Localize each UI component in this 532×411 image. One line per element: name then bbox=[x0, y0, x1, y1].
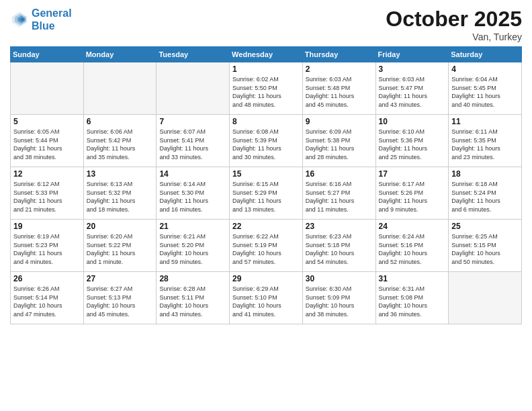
day-number: 12 bbox=[13, 169, 81, 179]
calendar-cell: 3Sunrise: 6:03 AM Sunset: 5:47 PM Daylig… bbox=[375, 62, 449, 115]
day-info: Sunrise: 6:09 AM Sunset: 5:38 PM Dayligh… bbox=[306, 128, 373, 161]
calendar-cell: 29Sunrise: 6:29 AM Sunset: 5:10 PM Dayli… bbox=[230, 272, 303, 324]
day-number: 7 bbox=[159, 117, 226, 126]
calendar-cell: 5Sunrise: 6:05 AM Sunset: 5:44 PM Daylig… bbox=[11, 115, 84, 167]
day-number: 10 bbox=[379, 117, 446, 126]
calendar-cell: 23Sunrise: 6:23 AM Sunset: 5:18 PM Dayli… bbox=[302, 220, 375, 272]
day-number: 6 bbox=[87, 117, 154, 126]
col-sunday: Sunday bbox=[11, 47, 84, 62]
day-info: Sunrise: 6:04 AM Sunset: 5:45 PM Dayligh… bbox=[451, 75, 519, 109]
header: General Blue October 2025 Van, Turkey bbox=[10, 7, 522, 42]
day-info: Sunrise: 6:14 AM Sunset: 5:30 PM Dayligh… bbox=[159, 180, 226, 214]
day-number: 4 bbox=[451, 64, 519, 74]
calendar-cell: 17Sunrise: 6:17 AM Sunset: 5:26 PM Dayli… bbox=[375, 167, 449, 220]
calendar-cell: 7Sunrise: 6:07 AM Sunset: 5:41 PM Daylig… bbox=[157, 115, 230, 167]
day-number: 1 bbox=[232, 64, 300, 74]
day-number: 17 bbox=[379, 169, 446, 179]
calendar-table: Sunday Monday Tuesday Wednesday Thursday… bbox=[10, 46, 522, 324]
calendar-cell: 28Sunrise: 6:28 AM Sunset: 5:11 PM Dayli… bbox=[157, 272, 230, 324]
calendar-cell bbox=[83, 62, 157, 115]
day-number: 21 bbox=[159, 222, 226, 231]
day-number: 18 bbox=[451, 169, 519, 179]
location: Van, Turkey bbox=[386, 32, 522, 42]
calendar-cell: 24Sunrise: 6:24 AM Sunset: 5:16 PM Dayli… bbox=[375, 220, 449, 272]
calendar-cell bbox=[11, 62, 84, 115]
calendar-cell: 31Sunrise: 6:31 AM Sunset: 5:08 PM Dayli… bbox=[375, 272, 449, 324]
day-number: 29 bbox=[232, 274, 300, 283]
day-info: Sunrise: 6:31 AM Sunset: 5:08 PM Dayligh… bbox=[379, 285, 446, 318]
day-number: 30 bbox=[306, 274, 373, 283]
calendar-week-row: 5Sunrise: 6:05 AM Sunset: 5:44 PM Daylig… bbox=[11, 115, 522, 167]
calendar-cell bbox=[157, 62, 230, 115]
calendar-cell: 6Sunrise: 6:06 AM Sunset: 5:42 PM Daylig… bbox=[83, 115, 157, 167]
day-number: 16 bbox=[306, 169, 373, 179]
calendar-cell: 21Sunrise: 6:21 AM Sunset: 5:20 PM Dayli… bbox=[157, 220, 230, 272]
day-number: 15 bbox=[232, 169, 300, 179]
day-info: Sunrise: 6:11 AM Sunset: 5:35 PM Dayligh… bbox=[451, 128, 519, 161]
col-monday: Monday bbox=[83, 47, 157, 62]
day-number: 24 bbox=[379, 222, 446, 231]
calendar-cell: 18Sunrise: 6:18 AM Sunset: 5:24 PM Dayli… bbox=[449, 167, 522, 220]
day-number: 13 bbox=[87, 169, 154, 179]
day-number: 8 bbox=[232, 117, 300, 126]
day-number: 2 bbox=[306, 64, 373, 74]
calendar-cell: 22Sunrise: 6:22 AM Sunset: 5:19 PM Dayli… bbox=[230, 220, 303, 272]
day-info: Sunrise: 6:26 AM Sunset: 5:14 PM Dayligh… bbox=[13, 285, 81, 318]
day-info: Sunrise: 6:21 AM Sunset: 5:20 PM Dayligh… bbox=[159, 232, 226, 266]
calendar-cell: 4Sunrise: 6:04 AM Sunset: 5:45 PM Daylig… bbox=[449, 62, 522, 115]
logo-text: General Blue bbox=[32, 7, 72, 32]
day-info: Sunrise: 6:20 AM Sunset: 5:22 PM Dayligh… bbox=[87, 232, 154, 266]
calendar-week-row: 19Sunrise: 6:19 AM Sunset: 5:23 PM Dayli… bbox=[11, 220, 522, 272]
calendar-cell: 19Sunrise: 6:19 AM Sunset: 5:23 PM Dayli… bbox=[11, 220, 84, 272]
day-info: Sunrise: 6:12 AM Sunset: 5:33 PM Dayligh… bbox=[13, 180, 81, 214]
calendar-cell: 2Sunrise: 6:03 AM Sunset: 5:48 PM Daylig… bbox=[302, 62, 375, 115]
day-info: Sunrise: 6:06 AM Sunset: 5:42 PM Dayligh… bbox=[87, 128, 154, 161]
day-number: 9 bbox=[306, 117, 373, 126]
calendar-cell: 15Sunrise: 6:15 AM Sunset: 5:29 PM Dayli… bbox=[230, 167, 303, 220]
day-info: Sunrise: 6:30 AM Sunset: 5:09 PM Dayligh… bbox=[306, 285, 373, 318]
day-info: Sunrise: 6:22 AM Sunset: 5:19 PM Dayligh… bbox=[232, 232, 300, 266]
calendar-cell: 11Sunrise: 6:11 AM Sunset: 5:35 PM Dayli… bbox=[449, 115, 522, 167]
col-tuesday: Tuesday bbox=[157, 47, 230, 62]
day-info: Sunrise: 6:23 AM Sunset: 5:18 PM Dayligh… bbox=[306, 232, 373, 266]
calendar-cell: 20Sunrise: 6:20 AM Sunset: 5:22 PM Dayli… bbox=[83, 220, 157, 272]
day-number: 11 bbox=[451, 117, 519, 126]
day-info: Sunrise: 6:07 AM Sunset: 5:41 PM Dayligh… bbox=[159, 128, 226, 161]
calendar-week-row: 1Sunrise: 6:02 AM Sunset: 5:50 PM Daylig… bbox=[11, 62, 522, 115]
calendar-cell: 30Sunrise: 6:30 AM Sunset: 5:09 PM Dayli… bbox=[302, 272, 375, 324]
day-info: Sunrise: 6:25 AM Sunset: 5:15 PM Dayligh… bbox=[451, 232, 519, 266]
day-info: Sunrise: 6:15 AM Sunset: 5:29 PM Dayligh… bbox=[232, 180, 300, 214]
day-number: 28 bbox=[159, 274, 226, 283]
col-thursday: Thursday bbox=[302, 47, 375, 62]
page: General Blue October 2025 Van, Turkey Su… bbox=[0, 0, 532, 411]
col-friday: Friday bbox=[375, 47, 449, 62]
calendar-cell: 14Sunrise: 6:14 AM Sunset: 5:30 PM Dayli… bbox=[157, 167, 230, 220]
logo: General Blue bbox=[10, 7, 72, 32]
day-number: 26 bbox=[13, 274, 81, 283]
day-number: 19 bbox=[13, 222, 81, 231]
calendar-cell: 16Sunrise: 6:16 AM Sunset: 5:27 PM Dayli… bbox=[302, 167, 375, 220]
calendar-cell: 12Sunrise: 6:12 AM Sunset: 5:33 PM Dayli… bbox=[11, 167, 84, 220]
calendar-cell: 26Sunrise: 6:26 AM Sunset: 5:14 PM Dayli… bbox=[11, 272, 84, 324]
day-info: Sunrise: 6:10 AM Sunset: 5:36 PM Dayligh… bbox=[379, 128, 446, 161]
day-info: Sunrise: 6:08 AM Sunset: 5:39 PM Dayligh… bbox=[232, 128, 300, 161]
month-title: October 2025 bbox=[386, 7, 522, 32]
day-info: Sunrise: 6:29 AM Sunset: 5:10 PM Dayligh… bbox=[232, 285, 300, 318]
day-info: Sunrise: 6:27 AM Sunset: 5:13 PM Dayligh… bbox=[87, 285, 154, 318]
day-info: Sunrise: 6:05 AM Sunset: 5:44 PM Dayligh… bbox=[13, 128, 81, 161]
day-number: 25 bbox=[451, 222, 519, 231]
col-wednesday: Wednesday bbox=[230, 47, 303, 62]
calendar-week-row: 12Sunrise: 6:12 AM Sunset: 5:33 PM Dayli… bbox=[11, 167, 522, 220]
day-number: 3 bbox=[379, 64, 446, 74]
day-info: Sunrise: 6:02 AM Sunset: 5:50 PM Dayligh… bbox=[232, 75, 300, 109]
day-info: Sunrise: 6:28 AM Sunset: 5:11 PM Dayligh… bbox=[159, 285, 226, 318]
day-number: 23 bbox=[306, 222, 373, 231]
day-info: Sunrise: 6:16 AM Sunset: 5:27 PM Dayligh… bbox=[306, 180, 373, 214]
calendar-header-row: Sunday Monday Tuesday Wednesday Thursday… bbox=[11, 47, 522, 62]
day-number: 14 bbox=[159, 169, 226, 179]
day-info: Sunrise: 6:17 AM Sunset: 5:26 PM Dayligh… bbox=[379, 180, 446, 214]
day-number: 22 bbox=[232, 222, 300, 231]
calendar-cell: 8Sunrise: 6:08 AM Sunset: 5:39 PM Daylig… bbox=[230, 115, 303, 167]
day-info: Sunrise: 6:03 AM Sunset: 5:48 PM Dayligh… bbox=[306, 75, 373, 109]
day-info: Sunrise: 6:24 AM Sunset: 5:16 PM Dayligh… bbox=[379, 232, 446, 266]
